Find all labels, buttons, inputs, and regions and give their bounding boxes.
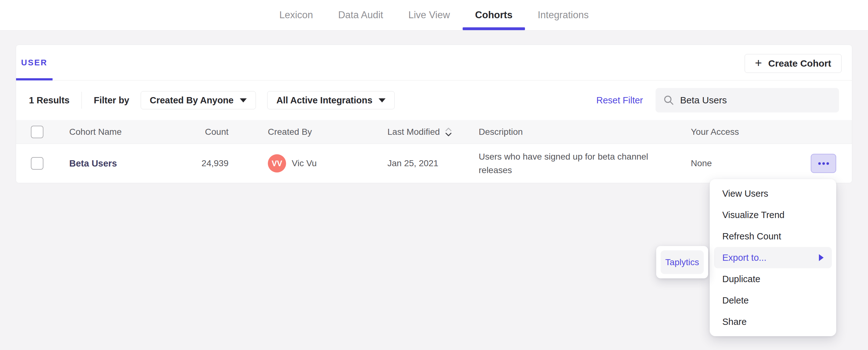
more-options-icon [827,162,829,165]
access-value: None [691,159,712,168]
create-cohort-label: Create Cohort [768,58,831,69]
submenu-arrow-icon [819,254,824,261]
creator-cell: VV Vic Vu [268,154,317,173]
integrations-dropdown-value: All Active Integrations [276,95,372,106]
nav-item-cohorts[interactable]: Cohorts [475,0,513,30]
cohort-description: Users who have signed up for beta channe… [479,150,668,177]
search-icon [663,95,675,106]
cohort-name-link[interactable]: Beta Users [69,159,117,169]
menu-item-label: Delete [722,295,749,306]
plus-icon: + [755,57,762,69]
cohorts-panel: USER + Create Cohort 1 Results Filter by… [16,45,852,183]
submenu-item-taplytics[interactable]: Taplytics [660,250,704,274]
nav-item-cohorts-label: Cohorts [475,9,513,21]
reset-filter-link[interactable]: Reset Filter [596,95,643,106]
last-modified-value: Jan 25, 2021 [388,159,438,168]
created-by-dropdown[interactable]: Created By Anyone [141,91,256,109]
user-tab-underline [16,78,53,80]
column-header-created-by: Created By [268,127,312,137]
panel-tab-row: USER + Create Cohort [16,45,852,80]
menu-item-share[interactable]: Share [710,311,836,332]
more-options-icon [818,162,821,165]
nav-item-data-audit[interactable]: Data Audit [338,0,383,30]
integrations-dropdown[interactable]: All Active Integrations [267,91,395,109]
filter-by-label: Filter by [94,95,129,106]
nav-item-lexicon[interactable]: Lexicon [279,0,313,30]
menu-item-label: Visualize Trend [722,210,784,220]
export-submenu: Taplytics [656,246,708,278]
menu-item-visualize-trend[interactable]: Visualize Trend [710,204,836,225]
menu-item-delete[interactable]: Delete [710,290,836,311]
chevron-down-icon [379,98,385,102]
nav-item-live-view[interactable]: Live View [408,0,450,30]
column-header-description: Description [479,125,668,139]
chevron-down-icon [240,98,247,102]
row-actions-menu: View Users Visualize Trend Refresh Count… [710,179,836,336]
select-all-checkbox[interactable] [31,126,43,138]
menu-item-export-to[interactable]: Export to... [710,247,836,268]
column-header-count: Count [155,127,228,137]
menu-item-label: Export to... [722,253,766,263]
sort-icon[interactable] [444,127,453,137]
menu-item-view-users[interactable]: View Users [710,183,836,204]
results-count: 1 Results [29,95,69,106]
menu-item-label: Share [722,317,746,327]
column-header-your-access: Your Access [691,127,739,137]
filter-divider [82,92,82,109]
filter-bar: 1 Results Filter by Created By Anyone Al… [16,80,852,120]
column-header-last-modified[interactable]: Last Modified [388,127,453,137]
active-tab-underline [463,27,525,30]
cohort-count: 24,939 [155,159,228,168]
menu-item-label: Duplicate [722,274,761,284]
create-cohort-button[interactable]: + Create Cohort [745,54,842,73]
table-header: Cohort Name Count Created By Last Modifi… [16,120,852,144]
more-options-icon [823,162,825,165]
tab-user-label: USER [21,58,48,68]
top-nav: Lexicon Data Audit Live View Cohorts Int… [0,0,868,31]
search-input[interactable] [680,95,832,106]
row-checkbox[interactable] [31,157,43,170]
menu-item-label: Refresh Count [722,231,781,242]
avatar: VV [268,154,286,173]
created-by-dropdown-value: Created By Anyone [150,95,234,106]
menu-item-label: View Users [722,188,768,199]
nav-item-integrations[interactable]: Integrations [537,0,589,30]
menu-item-refresh-count[interactable]: Refresh Count [710,225,836,247]
menu-item-duplicate[interactable]: Duplicate [710,268,836,290]
last-modified-label: Last Modified [388,127,440,137]
column-header-cohort-name: Cohort Name [69,127,122,137]
tab-user[interactable]: USER [16,45,53,80]
search-box[interactable] [656,88,839,112]
creator-name: Vic Vu [292,159,317,168]
row-actions-button[interactable] [811,154,836,173]
table-row[interactable]: Beta Users 24,939 VV Vic Vu Jan 25, 2021… [16,144,852,183]
